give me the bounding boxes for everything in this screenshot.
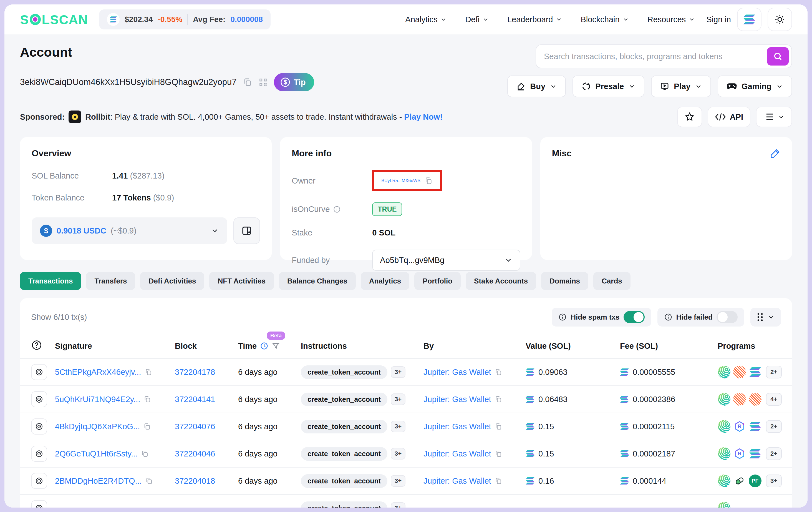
tx-by-link[interactable]: Jupiter: Gas Wallet (424, 395, 491, 404)
play-button[interactable]: Play (651, 76, 711, 97)
tab-nft-activities[interactable]: NFT Activities (209, 272, 273, 290)
preview-tx-button[interactable] (31, 473, 47, 489)
hide-spam-toggle[interactable]: Hide spam txs (552, 308, 651, 326)
copy-icon[interactable] (495, 477, 502, 485)
tx-signature-link[interactable]: 4BkDyjtqJQ6XaPKoG... (55, 422, 140, 431)
tx-signature-link[interactable]: 5CthEPkgARxX46eyjv... (55, 368, 141, 377)
raydium-program-icon[interactable]: R (733, 420, 746, 433)
instruction-pill[interactable]: create_token_account (301, 474, 387, 488)
programs-more-pill[interactable]: 4+ (766, 393, 782, 406)
preview-tx-button[interactable] (31, 419, 47, 434)
orange-program-icon[interactable] (733, 393, 746, 406)
tab-defi-activities[interactable]: Defi Activities (140, 272, 204, 290)
copy-icon[interactable] (143, 423, 151, 430)
tx-signature-link[interactable]: 5uQhKrUi71NQ94E2y... (55, 395, 140, 404)
jupiter-program-icon[interactable] (718, 502, 730, 508)
solana-program-icon[interactable] (749, 447, 761, 460)
nav-item-blockchain[interactable]: Blockchain (581, 15, 629, 24)
copy-icon[interactable] (495, 423, 502, 430)
block-link[interactable]: 372204141 (175, 395, 215, 404)
block-link[interactable]: 372204178 (175, 368, 215, 376)
sign-in-link[interactable]: Sign in (706, 15, 731, 24)
instruction-pill[interactable]: create_token_account (301, 447, 387, 461)
info-icon[interactable] (333, 205, 341, 213)
instruction-pill[interactable]: create_token_account (301, 393, 387, 406)
instruction-more-pill[interactable]: 3+ (391, 393, 405, 405)
copy-icon[interactable] (495, 368, 502, 376)
copy-icon[interactable] (141, 450, 149, 458)
search-button[interactable] (767, 47, 789, 65)
instruction-more-pill[interactable]: 3+ (391, 448, 405, 459)
orange-program-icon[interactable] (749, 393, 761, 406)
list-menu-button[interactable] (756, 107, 792, 127)
jupiter-program-icon[interactable] (718, 447, 730, 460)
jupiter-program-icon[interactable] (718, 366, 730, 378)
block-link[interactable]: 372204076 (175, 422, 215, 431)
toggle-on[interactable] (624, 311, 645, 323)
instruction-more-pill[interactable]: 3+ (391, 475, 405, 487)
theme-toggle-button[interactable] (767, 8, 792, 31)
copy-icon[interactable] (495, 450, 502, 458)
tab-transfers[interactable]: Transfers (86, 272, 135, 290)
instruction-pill[interactable]: create_token_account (301, 420, 387, 433)
nav-item-resources[interactable]: Resources (647, 15, 695, 24)
funded-by-dropdown[interactable]: Ao5bTq...gv9MBg (372, 250, 520, 271)
clock-icon[interactable] (260, 342, 268, 350)
nav-item-defi[interactable]: Defi (465, 15, 489, 24)
tab-analytics[interactable]: Analytics (361, 272, 410, 290)
solscan-logo[interactable]: SLSCAN (20, 12, 88, 27)
tab-cards[interactable]: Cards (593, 272, 631, 290)
tx-signature-link[interactable]: 2Q6GeTuQ1Ht6rSsty... (55, 449, 138, 458)
nav-item-leaderboard[interactable]: Leaderboard (507, 15, 562, 24)
network-solana-button[interactable] (737, 8, 761, 31)
instruction-more-pill[interactable]: 3+ (391, 502, 405, 508)
toggle-off[interactable] (717, 311, 737, 323)
qr-code-button[interactable] (258, 78, 268, 87)
programs-more-pill[interactable]: 2+ (766, 366, 782, 378)
preview-tx-button[interactable] (31, 364, 47, 380)
help-icon[interactable] (31, 340, 55, 352)
tip-button[interactable]: Tip (274, 73, 314, 91)
copy-icon[interactable] (495, 395, 502, 403)
tx-by-link[interactable]: Jupiter: Gas Wallet (424, 477, 491, 486)
wallet-view-button[interactable] (233, 218, 260, 244)
solana-program-icon[interactable] (749, 366, 761, 378)
copy-icon[interactable] (145, 368, 152, 376)
raydium-program-icon[interactable]: R (733, 447, 746, 460)
jupiter-program-icon[interactable] (718, 393, 730, 406)
tab-portfolio[interactable]: Portfolio (414, 272, 461, 290)
preview-tx-button[interactable] (31, 500, 47, 508)
instruction-pill[interactable]: create_token_account (301, 502, 387, 508)
preview-tx-button[interactable] (31, 446, 47, 462)
owner-address-link[interactable]: BUyLRa...MX6uWS (381, 178, 420, 183)
tx-by-link[interactable]: Jupiter: Gas Wallet (424, 368, 491, 377)
programs-more-pill[interactable]: 3+ (766, 475, 782, 487)
jupiter-program-icon[interactable] (718, 420, 730, 433)
copy-icon[interactable] (424, 177, 433, 185)
edit-misc-button[interactable] (770, 148, 781, 160)
api-button[interactable]: API (708, 107, 750, 127)
gaming-button[interactable]: Gaming (718, 76, 792, 97)
programs-more-pill[interactable]: 2+ (766, 447, 782, 460)
preview-tx-button[interactable] (31, 391, 47, 407)
presale-button[interactable]: Presale (573, 76, 644, 97)
hide-failed-toggle[interactable]: Hide failed (658, 308, 744, 326)
jupiter-program-icon[interactable] (718, 475, 730, 487)
orange-program-icon[interactable] (733, 366, 746, 378)
pill-program-icon[interactable] (733, 475, 746, 487)
filter-icon[interactable] (272, 342, 280, 350)
tx-signature-link[interactable]: 2BMDDgHoE2R4DTQ... (55, 477, 142, 486)
tab-domains[interactable]: Domains (541, 272, 588, 290)
nav-item-analytics[interactable]: Analytics (405, 15, 447, 24)
copy-icon[interactable] (143, 395, 151, 403)
solana-program-icon[interactable] (749, 420, 761, 433)
tab-stake-accounts[interactable]: Stake Accounts (466, 272, 536, 290)
sponsored-cta-link[interactable]: Play Now! (404, 112, 443, 121)
copy-address-button[interactable] (243, 78, 252, 87)
token-dropdown[interactable]: $ 0.9018 USDC (~$0.9) (32, 218, 227, 244)
favorite-button[interactable] (677, 107, 702, 127)
search-input[interactable] (544, 52, 767, 61)
block-link[interactable]: 372204046 (175, 449, 215, 458)
programs-more-pill[interactable]: 2+ (766, 420, 782, 433)
instruction-more-pill[interactable]: 3+ (391, 366, 405, 378)
